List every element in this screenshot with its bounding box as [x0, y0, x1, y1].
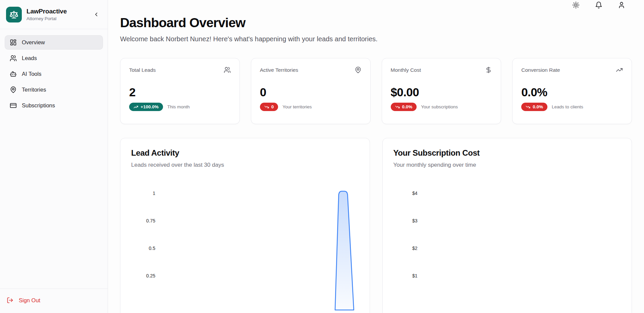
stat-value: $0.00 [391, 86, 492, 99]
sidebar-header: LawProactive Attorney Portal [0, 0, 108, 29]
trend-badge-value: 0.0% [402, 104, 413, 109]
area-series [161, 176, 358, 313]
sidebar-item-label: Overview [22, 39, 45, 46]
y-axis-tick: $3 [393, 218, 418, 223]
chart-subtitle: Your monthly spending over time [393, 162, 621, 168]
brand-logo [6, 7, 22, 22]
sidebar-item-territories[interactable]: Territories [5, 83, 103, 97]
notifications-button[interactable] [594, 0, 604, 10]
topbar [108, 0, 644, 10]
brand-name: LawProactive [26, 8, 67, 15]
trending-up-icon [616, 66, 623, 73]
stat-caption: Your territories [282, 104, 312, 109]
sidebar-item-label: Subscriptions [22, 102, 55, 109]
stat-cards-row: Total Leads 2 +100.0% [120, 58, 632, 124]
sun-icon [572, 1, 580, 9]
stat-value: 2 [129, 86, 231, 99]
trending-down-icon [395, 105, 400, 109]
subscription-cost-plot: $4 $3 $2 $1 [393, 176, 621, 313]
sidebar-item-label: Territories [22, 87, 46, 93]
lead-activity-chart-card: Lead Activity Leads received over the la… [120, 138, 370, 313]
page-title: Dashboard Overview [120, 15, 632, 30]
scale-icon [9, 10, 18, 19]
users-icon [10, 55, 17, 62]
main-area: Dashboard Overview Welcome back Norbert … [108, 0, 644, 313]
y-axis-tick: 0.5 [131, 246, 155, 251]
users-icon [224, 66, 231, 73]
stat-label: Monthly Cost [391, 67, 421, 73]
credit-card-icon [10, 102, 17, 109]
bot-icon [10, 70, 17, 77]
chevron-left-icon [93, 11, 99, 17]
stat-label: Conversion Rate [521, 67, 560, 73]
dollar-sign-icon [485, 66, 492, 73]
brand-subtitle: Attorney Portal [26, 16, 67, 21]
brand-text: LawProactive Attorney Portal [26, 8, 67, 21]
app-root: LawProactive Attorney Portal Overview [0, 0, 644, 313]
map-pin-icon [355, 66, 362, 73]
chart-subtitle: Leads received over the last 30 days [131, 162, 359, 168]
sidebar: LawProactive Attorney Portal Overview [0, 0, 108, 313]
trend-badge: 0.0% [391, 103, 417, 111]
stat-label: Active Territories [260, 67, 298, 73]
trend-badge-value: 0 [271, 104, 274, 109]
sidebar-collapse-button[interactable] [91, 9, 102, 20]
y-axis-tick: $1 [393, 273, 418, 278]
stat-caption: Your subscriptions [421, 104, 458, 109]
lead-activity-plot: 1 0.75 0.5 0.25 [131, 176, 359, 313]
stat-card-active-territories: Active Territories 0 0 Your [251, 58, 371, 124]
stat-caption: This month [167, 104, 190, 109]
sidebar-item-label: Leads [22, 55, 37, 61]
user-icon [618, 1, 625, 9]
y-axis-tick: 1 [131, 191, 155, 196]
sidebar-nav: Overview Leads AI Tools T [0, 29, 108, 289]
stat-value: 0 [260, 86, 362, 99]
trend-badge: +100.0% [129, 103, 163, 111]
stat-caption: Leads to clients [552, 104, 583, 109]
sign-out-button[interactable]: Sign Out [7, 297, 40, 304]
map-pin-icon [10, 86, 17, 93]
stat-card-monthly-cost: Monthly Cost $0.00 0.0% Your [382, 58, 501, 124]
log-out-icon [7, 297, 13, 304]
y-axis-tick: 0.75 [131, 218, 155, 223]
theme-toggle-button[interactable] [571, 0, 581, 10]
page-content: Dashboard Overview Welcome back Norbert … [108, 10, 644, 313]
trending-down-icon [264, 105, 269, 109]
trend-badge-value: +100.0% [141, 104, 159, 109]
chart-title: Your Subscription Cost [393, 148, 621, 158]
stat-card-total-leads: Total Leads 2 +100.0% [120, 58, 240, 124]
stat-card-conversion-rate: Conversion Rate 0.0% 0.0% Le [512, 58, 632, 124]
sidebar-item-subscriptions[interactable]: Subscriptions [5, 98, 103, 113]
charts-row: Lead Activity Leads received over the la… [120, 138, 632, 313]
y-axis-tick: $2 [393, 246, 418, 251]
sidebar-item-ai-tools[interactable]: AI Tools [5, 67, 103, 81]
page-subtitle: Welcome back Norbert Nunez! Here's what'… [120, 35, 632, 43]
subscription-cost-chart-card: Your Subscription Cost Your monthly spen… [382, 138, 632, 313]
empty-series [423, 176, 620, 313]
y-axis-tick: 0.25 [131, 273, 155, 278]
sign-out-label: Sign Out [19, 297, 40, 304]
sidebar-footer: Sign Out [0, 289, 108, 313]
bell-icon [595, 1, 602, 9]
sidebar-item-overview[interactable]: Overview [5, 35, 103, 50]
stat-value: 0.0% [521, 86, 623, 99]
trend-badge: 0 [260, 103, 278, 111]
profile-button[interactable] [616, 0, 627, 10]
sidebar-item-label: AI Tools [22, 71, 41, 77]
trending-down-icon [526, 105, 530, 109]
stat-label: Total Leads [129, 67, 156, 73]
y-axis-tick: $4 [393, 191, 418, 196]
trending-up-icon [133, 105, 138, 109]
trend-badge: 0.0% [521, 103, 547, 111]
chart-title: Lead Activity [131, 148, 359, 158]
trend-badge-value: 0.0% [533, 104, 543, 109]
sidebar-item-leads[interactable]: Leads [5, 51, 103, 65]
layout-dashboard-icon [10, 39, 17, 46]
